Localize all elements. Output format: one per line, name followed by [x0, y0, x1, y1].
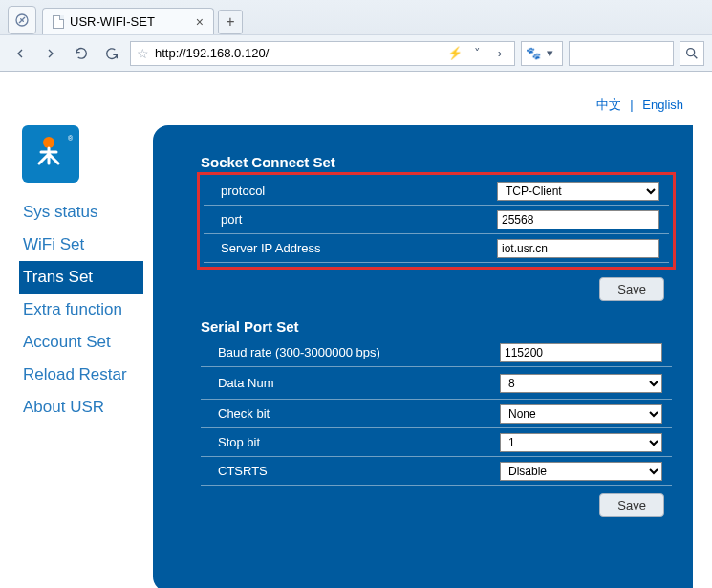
sidebar-item-label: Extra function: [23, 300, 122, 318]
sidebar-item-label: Sys status: [23, 203, 97, 221]
language-switch: 中文 | English: [10, 91, 702, 125]
checkbit-row: Check bit None: [201, 400, 672, 428]
paw-icon: 🐾: [526, 46, 541, 60]
lang-zh-link[interactable]: 中文: [596, 98, 621, 112]
stopbit-select[interactable]: 1: [500, 433, 662, 452]
reload-button[interactable]: [69, 41, 94, 66]
lang-en-link[interactable]: English: [642, 98, 683, 112]
page-icon: [53, 15, 64, 29]
page-body: 中文 | English ® Sys status WiFi Set Trans…: [0, 72, 712, 588]
protocol-select[interactable]: TCP-Client: [497, 182, 659, 201]
search-button[interactable]: [680, 41, 704, 66]
sidebar-item-label: Trans Set: [23, 268, 93, 286]
search-engine-selector[interactable]: 🐾 ▾: [521, 41, 563, 66]
sidebar-item-label: Account Set: [23, 333, 111, 351]
baud-row: Baud rate (300-3000000 bps): [201, 338, 672, 367]
brand-logo: ®: [22, 125, 79, 183]
tab-title: USR-WIFI-SET: [70, 14, 155, 29]
stopbit-row: Stop bit 1: [201, 428, 672, 457]
search-engine-dropdown-icon[interactable]: ▾: [541, 41, 558, 66]
main-panel: Socket Connect Set protocol TCP-Client p…: [153, 125, 693, 588]
ctsrts-label: CTSRTS: [201, 464, 500, 478]
url-input[interactable]: [155, 46, 442, 60]
stopbit-label: Stop bit: [201, 435, 500, 449]
bookmark-star-icon[interactable]: ☆: [137, 46, 149, 61]
sidebar-item-label: WiFi Set: [23, 235, 84, 253]
port-label: port: [204, 212, 497, 227]
datanum-select[interactable]: 8: [500, 374, 662, 393]
sidebar: ® Sys status WiFi Set Trans Set Extra fu…: [19, 125, 143, 588]
tab-close-icon[interactable]: ×: [196, 14, 204, 30]
url-go-icon[interactable]: ›: [491, 41, 508, 66]
sidebar-item-about-usr[interactable]: About USR: [19, 391, 143, 424]
server-ip-label: Server IP Address: [204, 241, 497, 255]
browser-tab[interactable]: USR-WIFI-SET ×: [42, 8, 214, 34]
svg-point-2: [43, 137, 54, 148]
browser-chrome: USR-WIFI-SET × + ☆ ⚡ ˅ › 🐾 ▾: [0, 0, 712, 72]
sidebar-item-label: About USR: [23, 398, 104, 416]
search-box[interactable]: [569, 41, 674, 66]
serial-save-button[interactable]: Save: [599, 493, 664, 517]
datanum-row: Data Num 8: [201, 367, 672, 400]
back-button[interactable]: [8, 41, 32, 66]
ctsrts-select[interactable]: Disable: [500, 462, 662, 481]
sidebar-item-sys-status[interactable]: Sys status: [19, 196, 143, 229]
protocol-row: protocol TCP-Client: [204, 177, 669, 206]
stop-button[interactable]: [99, 41, 124, 66]
server-ip-row: Server IP Address: [204, 234, 669, 263]
socket-save-button[interactable]: Save: [599, 277, 664, 301]
baud-input[interactable]: [500, 343, 662, 362]
svg-point-1: [687, 48, 695, 55]
browser-toolbar: ☆ ⚡ ˅ › 🐾 ▾: [0, 34, 712, 71]
port-input[interactable]: [497, 210, 659, 229]
sidebar-item-account-set[interactable]: Account Set: [19, 326, 143, 359]
new-tab-button[interactable]: +: [218, 10, 243, 34]
forward-button[interactable]: [38, 41, 63, 66]
ctsrts-row: CTSRTS Disable: [201, 457, 672, 486]
sidebar-item-trans-set[interactable]: Trans Set: [19, 261, 143, 294]
checkbit-label: Check bit: [201, 406, 500, 421]
protocol-label: protocol: [204, 184, 497, 198]
datanum-label: Data Num: [201, 376, 500, 390]
tab-strip: USR-WIFI-SET × +: [0, 0, 712, 34]
serial-section-title: Serial Port Set: [201, 318, 672, 335]
server-ip-input[interactable]: [497, 239, 659, 258]
lang-separator: |: [630, 98, 633, 112]
svg-text:®: ®: [68, 135, 74, 142]
checkbit-select[interactable]: None: [500, 404, 662, 424]
power-icon[interactable]: ⚡: [447, 46, 463, 60]
url-dropdown-icon[interactable]: ˅: [468, 41, 485, 66]
sidebar-item-reload-restart[interactable]: Reload Restar: [19, 359, 143, 391]
address-bar[interactable]: ☆ ⚡ ˅ ›: [130, 41, 515, 66]
sidebar-item-wifi-set[interactable]: WiFi Set: [19, 229, 143, 261]
baud-label: Baud rate (300-3000000 bps): [201, 345, 500, 359]
sidebar-item-label: Reload Restar: [23, 365, 127, 383]
port-row: port: [204, 206, 669, 234]
socket-section-title: Socket Connect Set: [201, 154, 672, 170]
sidebar-item-extra-function[interactable]: Extra function: [19, 294, 143, 326]
browser-app-icon[interactable]: [8, 6, 36, 34]
highlighted-socket-fields: protocol TCP-Client port Server IP Addre…: [197, 172, 676, 270]
